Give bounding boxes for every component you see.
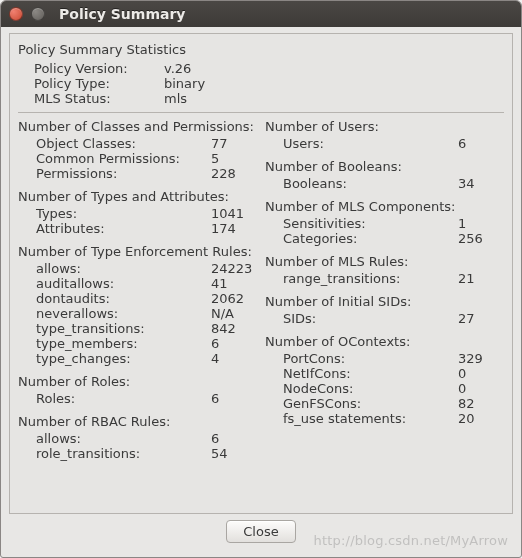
stat-row: Permissions:228 [18, 166, 257, 181]
stat-label: Categories: [283, 231, 452, 246]
stats-left-column: Number of Classes and Permissions:Object… [18, 119, 257, 469]
header-row-label: Policy Type: [34, 76, 164, 91]
stat-value: 82 [452, 396, 504, 411]
stat-label: role_transitions: [36, 446, 205, 461]
stat-label: Attributes: [36, 221, 205, 236]
stat-label: SIDs: [283, 311, 452, 326]
stat-row: Users:6 [265, 136, 504, 151]
stat-row: Booleans:34 [265, 176, 504, 191]
stat-value: 6 [205, 336, 257, 351]
stat-row: range_transitions:21 [265, 271, 504, 286]
header-row-value: binary [164, 76, 205, 91]
stat-value: 329 [452, 351, 504, 366]
stat-label: GenFSCons: [283, 396, 452, 411]
stat-value: 21 [452, 271, 504, 286]
stat-value: 6 [452, 136, 504, 151]
stat-value: 6 [205, 391, 257, 406]
stat-row: NodeCons:0 [265, 381, 504, 396]
stat-row: PortCons:329 [265, 351, 504, 366]
stat-value: 34 [452, 176, 504, 191]
header-row-value: mls [164, 91, 187, 106]
stat-label: NodeCons: [283, 381, 452, 396]
stat-label: range_transitions: [283, 271, 452, 286]
stat-label: allows: [36, 261, 205, 276]
stat-group: Number of MLS Rules:range_transitions:21 [265, 254, 504, 286]
header-row-label: Policy Version: [34, 61, 164, 76]
stat-value: 0 [452, 366, 504, 381]
stat-group: Number of OContexts:PortCons:329NetIfCon… [265, 334, 504, 426]
stat-value: 1 [452, 216, 504, 231]
stat-row: SIDs:27 [265, 311, 504, 326]
stat-value: 20 [452, 411, 504, 426]
stat-group: Number of MLS Components:Sensitivities:1… [265, 199, 504, 246]
stat-row: NetIfCons:0 [265, 366, 504, 381]
window-close-icon[interactable] [9, 7, 23, 21]
stat-value: 2062 [205, 291, 257, 306]
stats-right-column: Number of Users:Users:6Number of Boolean… [265, 119, 504, 469]
stat-label: Types: [36, 206, 205, 221]
window-content: Policy Summary Statistics Policy Version… [1, 27, 521, 557]
window-minimize-icon[interactable] [31, 7, 45, 21]
stat-group-heading: Number of Roles: [18, 374, 257, 389]
stat-value: 41 [205, 276, 257, 291]
stat-value: 54 [205, 446, 257, 461]
separator [18, 112, 504, 113]
stat-value: 5 [205, 151, 257, 166]
stat-label: NetIfCons: [283, 366, 452, 381]
stat-group-heading: Number of OContexts: [265, 334, 504, 349]
stat-label: Object Classes: [36, 136, 205, 151]
stat-label: fs_use statements: [283, 411, 452, 426]
stat-group-heading: Number of Initial SIDs: [265, 294, 504, 309]
stat-label: type_transitions: [36, 321, 205, 336]
stat-label: Common Permissions: [36, 151, 205, 166]
stat-row: GenFSCons:82 [265, 396, 504, 411]
stat-value: 842 [205, 321, 257, 336]
stat-row: Sensitivities:1 [265, 216, 504, 231]
stat-value: 6 [205, 431, 257, 446]
stat-row: auditallows:41 [18, 276, 257, 291]
stat-label: type_members: [36, 336, 205, 351]
header-row-label: MLS Status: [34, 91, 164, 106]
stat-value: 174 [205, 221, 257, 236]
stat-row: Types:1041 [18, 206, 257, 221]
stat-label: auditallows: [36, 276, 205, 291]
stat-label: allows: [36, 431, 205, 446]
stats-columns: Number of Classes and Permissions:Object… [18, 119, 504, 469]
stat-row: Roles:6 [18, 391, 257, 406]
stat-group: Number of Users:Users:6 [265, 119, 504, 151]
stat-row: allows:24223 [18, 261, 257, 276]
stat-group-heading: Number of Booleans: [265, 159, 504, 174]
header-row: MLS Status:mls [34, 91, 504, 106]
stat-row: type_transitions:842 [18, 321, 257, 336]
stat-row: fs_use statements:20 [265, 411, 504, 426]
window-title: Policy Summary [59, 6, 185, 22]
stat-label: Permissions: [36, 166, 205, 181]
stat-group-heading: Number of Type Enforcement Rules: [18, 244, 257, 259]
stat-label: Roles: [36, 391, 205, 406]
stat-value: 1041 [205, 206, 257, 221]
stat-row: Object Classes:77 [18, 136, 257, 151]
stat-label: dontaudits: [36, 291, 205, 306]
stat-row: neverallows:N/A [18, 306, 257, 321]
close-button[interactable]: Close [226, 520, 295, 543]
stat-group: Number of Initial SIDs:SIDs:27 [265, 294, 504, 326]
stat-label: PortCons: [283, 351, 452, 366]
stat-value: 228 [205, 166, 257, 181]
stat-label: Sensitivities: [283, 216, 452, 231]
stat-row: Categories:256 [265, 231, 504, 246]
stat-value: 256 [452, 231, 504, 246]
stat-value: 0 [452, 381, 504, 396]
stat-row: dontaudits:2062 [18, 291, 257, 306]
stat-row: allows:6 [18, 431, 257, 446]
title-bar: Policy Summary [1, 1, 521, 27]
stat-label: type_changes: [36, 351, 205, 366]
stat-group-heading: Number of MLS Components: [265, 199, 504, 214]
stat-value: 77 [205, 136, 257, 151]
stat-group: Number of Classes and Permissions:Object… [18, 119, 257, 181]
stat-group-heading: Number of MLS Rules: [265, 254, 504, 269]
stat-row: Common Permissions:5 [18, 151, 257, 166]
stat-group: Number of Roles:Roles:6 [18, 374, 257, 406]
stat-group: Number of Type Enforcement Rules:allows:… [18, 244, 257, 366]
stat-label: Booleans: [283, 176, 452, 191]
stat-value: 24223 [205, 261, 257, 276]
